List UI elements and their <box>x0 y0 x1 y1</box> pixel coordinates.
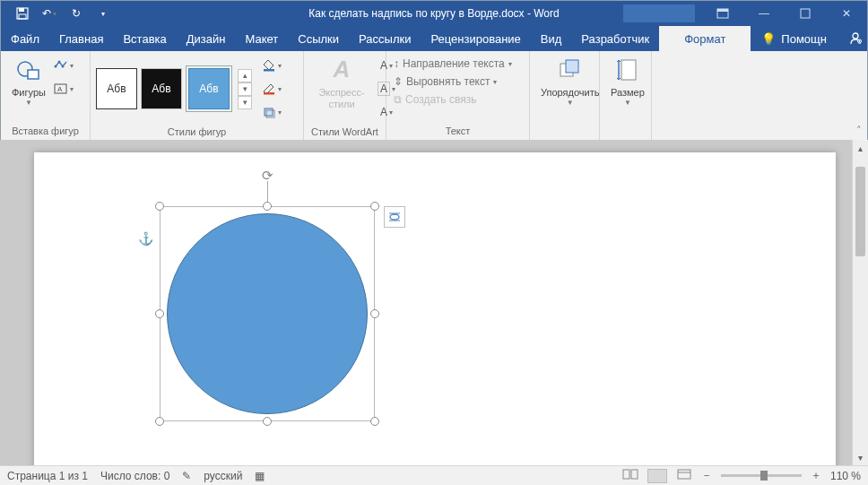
gallery-up-button[interactable]: ▴ <box>238 69 252 82</box>
zoom-slider-knob[interactable] <box>760 471 768 481</box>
edit-shape-button[interactable] <box>53 56 74 75</box>
svg-rect-4 <box>717 9 728 12</box>
tab-insert[interactable]: Вставка <box>113 26 176 51</box>
rotation-handle[interactable]: ⟳ <box>260 169 274 183</box>
save-button[interactable] <box>10 1 35 26</box>
size-icon <box>613 56 642 84</box>
svg-point-12 <box>54 65 56 68</box>
zoom-level[interactable]: 110 % <box>830 470 861 482</box>
anchor-icon[interactable]: ⚓ <box>138 231 153 246</box>
resize-handle-e[interactable] <box>370 309 379 318</box>
title-bar: ↶ ↻ ▾ Как сделать надпись по кругу в Вор… <box>1 1 867 26</box>
tab-developer[interactable]: Разработчик <box>571 26 659 51</box>
zoom-slider[interactable] <box>721 474 802 477</box>
ribbon-tabs: Файл Главная Вставка Дизайн Макет Ссылки… <box>1 26 867 51</box>
draw-textbox-button[interactable]: A <box>53 79 74 99</box>
resize-handle-se[interactable] <box>370 417 379 426</box>
style-preset-2[interactable]: Абв <box>141 68 182 109</box>
vertical-scrollbar[interactable]: ▴ ▾ <box>852 140 868 465</box>
resize-handle-ne[interactable] <box>370 202 379 211</box>
shape-fill-button[interactable] <box>261 56 282 75</box>
group-label-text: Текст <box>386 126 529 140</box>
resize-handle-nw[interactable] <box>155 202 164 211</box>
create-link-button[interactable]: ⧉Создать связь <box>394 93 512 106</box>
group-label-insert-shapes: Вставка фигур <box>1 126 90 140</box>
tab-home[interactable]: Главная <box>49 26 113 51</box>
group-size: Размер ▼ <box>600 51 652 140</box>
redo-button[interactable]: ↻ <box>64 1 89 26</box>
arrange-button[interactable]: Упорядочить ▼ <box>535 54 604 107</box>
qat-customize-button[interactable]: ▾ <box>91 1 116 26</box>
scroll-up-button[interactable]: ▴ <box>853 140 868 156</box>
scroll-thumb[interactable] <box>855 167 865 256</box>
page-indicator[interactable]: Страница 1 из 1 <box>7 470 88 482</box>
quick-access-toolbar: ↶ ↻ ▾ <box>1 1 116 26</box>
spellcheck-button[interactable]: ✎ <box>182 470 191 482</box>
text-direction-icon: ↕ <box>394 57 399 70</box>
tab-review[interactable]: Рецензирование <box>421 26 530 51</box>
share-button[interactable] <box>838 31 868 46</box>
undo-button[interactable]: ↶ <box>37 1 62 26</box>
ribbon-options-button[interactable] <box>702 1 743 26</box>
svg-rect-19 <box>265 108 273 116</box>
tell-me-button[interactable]: 💡 Помощн <box>751 32 838 46</box>
tab-mailings[interactable]: Рассылки <box>349 26 421 51</box>
scroll-down-button[interactable]: ▾ <box>853 449 868 465</box>
macro-button[interactable]: ▦ <box>255 470 265 482</box>
tab-references[interactable]: Ссылки <box>288 26 349 51</box>
group-insert-shapes: Фигуры ▼ A Вставка фигур <box>1 51 91 140</box>
resize-handle-n[interactable] <box>263 202 272 211</box>
svg-rect-1 <box>19 8 24 12</box>
svg-point-14 <box>61 65 64 68</box>
group-shape-styles: Абв Абв Абв ▴ ▾ ▾ Стили фигур <box>91 51 304 140</box>
svg-rect-2 <box>19 14 26 19</box>
align-text-button[interactable]: ⇕Выровнять текст▾ <box>394 75 512 88</box>
tab-file[interactable]: Файл <box>1 26 49 51</box>
quick-styles-button[interactable]: A Экспресс-стили <box>309 54 374 109</box>
resize-handle-sw[interactable] <box>155 417 164 426</box>
word-count[interactable]: Число слов: 0 <box>100 470 169 482</box>
text-direction-button[interactable]: ↕Направление текста▾ <box>394 57 512 70</box>
page[interactable]: ⟳ ⚓ <box>34 152 836 465</box>
svg-text:A: A <box>57 85 63 93</box>
svg-point-6 <box>853 33 858 39</box>
style-preset-1[interactable]: Абв <box>96 68 137 109</box>
document-area: ⟳ ⚓ ▴ ▾ <box>0 140 868 465</box>
layout-options-button[interactable] <box>384 206 405 228</box>
shape-effects-button[interactable] <box>261 102 282 122</box>
collapse-ribbon-button[interactable]: ˄ <box>856 125 862 136</box>
zoom-out-button[interactable]: － <box>701 468 712 483</box>
gallery-down-button[interactable]: ▾ <box>238 82 252 96</box>
resize-handle-s[interactable] <box>263 417 272 426</box>
document-scroll[interactable]: ⟳ ⚓ <box>0 140 852 465</box>
shapes-icon <box>14 56 43 84</box>
shape-style-gallery[interactable]: Абв Абв Абв ▴ ▾ ▾ <box>96 65 252 112</box>
resize-handle-w[interactable] <box>155 309 164 318</box>
language-indicator[interactable]: русский <box>204 470 242 482</box>
shapes-button[interactable]: Фигуры ▼ <box>6 54 51 107</box>
zoom-in-button[interactable]: ＋ <box>811 468 821 483</box>
style-preset-3-selected[interactable]: Абв <box>186 65 232 112</box>
quick-styles-label: Экспресс-стили <box>315 87 369 109</box>
tab-view[interactable]: Вид <box>531 26 572 51</box>
ribbon: Фигуры ▼ A Вставка фигур Абв Абв Абв ▴ ▾… <box>1 51 867 141</box>
svg-rect-22 <box>566 60 578 73</box>
print-layout-button[interactable] <box>647 469 667 483</box>
read-mode-button[interactable] <box>622 468 638 483</box>
tab-design[interactable]: Дизайн <box>177 26 236 51</box>
tab-format[interactable]: Формат <box>659 26 751 51</box>
tab-layout[interactable]: Макет <box>235 26 288 51</box>
account-button[interactable] <box>623 4 695 22</box>
web-layout-button[interactable] <box>676 468 692 483</box>
size-button[interactable]: Размер ▼ <box>605 54 650 107</box>
gallery-more-button[interactable]: ▾ <box>238 96 252 109</box>
circle-shape[interactable] <box>167 213 368 414</box>
tell-me-label: Помощн <box>781 32 827 46</box>
close-button[interactable]: ✕ <box>826 1 867 26</box>
selected-shape[interactable]: ⟳ ⚓ <box>160 206 375 421</box>
group-wordart-styles: A Экспресс-стили A A A Стили WordArt <box>304 51 386 140</box>
shape-outline-button[interactable] <box>261 79 282 99</box>
align-text-icon: ⇕ <box>394 75 403 88</box>
minimize-button[interactable]: ― <box>743 1 785 26</box>
maximize-button[interactable] <box>785 1 826 26</box>
